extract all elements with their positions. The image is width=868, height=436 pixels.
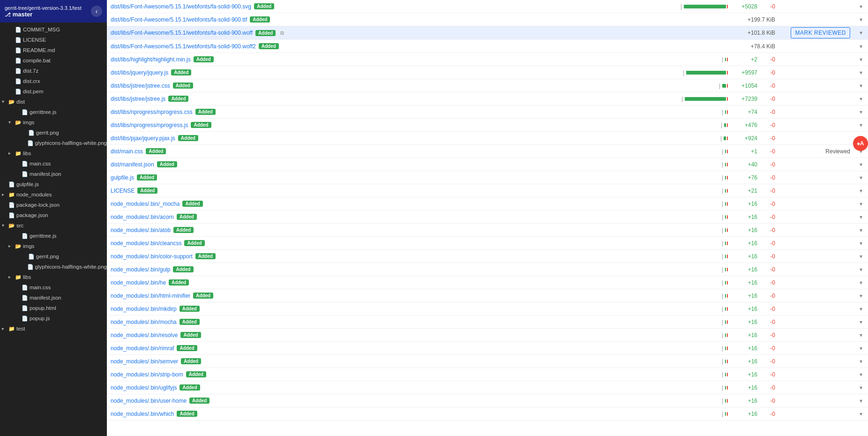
- file-name-link[interactable]: dist/libs/Font-Awesome/5.15.1/webfonts/f…: [111, 43, 256, 50]
- expand-icon[interactable]: ▾: [860, 279, 862, 286]
- tree-toggle[interactable]: ▾: [2, 98, 8, 106]
- expand-icon[interactable]: ▾: [860, 83, 862, 89]
- expand-icon[interactable]: ▾: [860, 266, 862, 273]
- sidebar-item-src_gerrit_png[interactable]: 📄gerrit.png: [0, 251, 107, 262]
- file-name-link[interactable]: node_modules/.bin/he: [111, 279, 166, 286]
- expand-icon[interactable]: ▾: [860, 69, 862, 76]
- file-name-link[interactable]: node_modules/.bin/user-home: [111, 398, 187, 404]
- sidebar-item-compile_bat[interactable]: 📄compile.bat: [0, 55, 107, 66]
- sidebar-item-libs[interactable]: ▸📁libs: [0, 148, 107, 158]
- expand-icon[interactable]: ▾: [860, 371, 862, 378]
- file-name-link[interactable]: node_modules/.bin/atob: [111, 227, 171, 233]
- sidebar-item-package_lock[interactable]: 📄package-lock.json: [0, 200, 107, 210]
- expand-icon[interactable]: ▾: [860, 56, 862, 63]
- tree-toggle[interactable]: ▾: [8, 118, 15, 127]
- file-name-link[interactable]: dist/libs/jstree/jstree.js: [111, 96, 165, 102]
- sidebar-item-license[interactable]: 📄LICENSE: [0, 35, 107, 45]
- expand-icon[interactable]: ▾: [860, 30, 862, 36]
- file-name-link[interactable]: dist/libs/jstree/jstree.css: [111, 83, 170, 89]
- expand-icon[interactable]: ▾: [860, 188, 862, 194]
- sidebar-item-gulpfile[interactable]: 📄gulpfile.js: [0, 179, 107, 189]
- sidebar-item-manifest_json[interactable]: 📄manifest.json: [0, 169, 107, 179]
- file-name-link[interactable]: node_modules/.bin/which: [111, 411, 174, 417]
- file-name-link[interactable]: node_modules/.bin/cleancss: [111, 240, 181, 247]
- sidebar-item-src_imgs[interactable]: ▸📂imgs: [0, 241, 107, 251]
- file-name-link[interactable]: node_modules/.bin/rimraf: [111, 345, 174, 352]
- tree-toggle[interactable]: ▸: [8, 149, 15, 158]
- sidebar-item-gerrit_png[interactable]: 📄gerrit.png: [0, 128, 107, 138]
- copy-button[interactable]: ⧉: [278, 29, 286, 37]
- sidebar-item-src_libs[interactable]: ▸📁libs: [0, 272, 107, 282]
- file-name-link[interactable]: node_modules/.bin/semver: [111, 358, 178, 365]
- file-name-link[interactable]: node_modules/.bin/html-minifier: [111, 293, 190, 299]
- sidebar-item-node_modules[interactable]: ▸📁node_modules: [0, 189, 107, 200]
- sidebar-item-test[interactable]: ▸📁test: [0, 323, 107, 334]
- expand-icon[interactable]: ▾: [860, 214, 862, 220]
- sidebar-item-dist7z[interactable]: 📄dist.7z: [0, 66, 107, 76]
- sidebar-item-glyphicons[interactable]: 📄glyphicons-halflings-white.png: [0, 138, 107, 148]
- file-name-link[interactable]: node_modules/.bin/color-support: [111, 253, 193, 260]
- expand-icon[interactable]: ▾: [860, 411, 862, 417]
- tree-toggle[interactable]: ▾: [2, 221, 8, 230]
- file-name-link[interactable]: node_modules/.bin/acorn: [111, 214, 174, 220]
- tree-toggle[interactable]: ▸: [2, 190, 8, 199]
- file-name-link[interactable]: dist/libs/highlight/highlight.min.js: [111, 56, 191, 63]
- expand-icon[interactable]: ▾: [860, 161, 862, 168]
- expand-icon[interactable]: ▾: [860, 332, 862, 338]
- file-name-link[interactable]: node_modules/.bin/mkdirp: [111, 306, 177, 312]
- file-name-link[interactable]: node_modules/.bin/uglifyjs: [111, 384, 177, 391]
- mark-reviewed-button[interactable]: MARK REVIEWED: [791, 27, 850, 38]
- expand-icon[interactable]: ▾: [860, 43, 862, 50]
- avatar[interactable]: ♠A: [853, 136, 868, 151]
- file-name-link[interactable]: node_modules/.bin/strip-bom: [111, 371, 183, 378]
- sidebar-item-imgs[interactable]: ▾📂imgs: [0, 117, 107, 128]
- file-name-link[interactable]: dist/manifest.json: [111, 161, 154, 168]
- sidebar-item-gerrittree_js[interactable]: 📄gerrittree.js: [0, 107, 107, 117]
- tree-toggle[interactable]: ▸: [8, 242, 15, 250]
- file-name-link[interactable]: dist/libs/Font-Awesome/5.15.1/webfonts/f…: [111, 16, 247, 23]
- expand-icon[interactable]: ▾: [860, 109, 862, 115]
- sidebar-item-dist[interactable]: ▾📂dist: [0, 97, 107, 107]
- expand-icon[interactable]: ▾: [860, 240, 862, 247]
- file-name-link[interactable]: node_modules/.bin/resolve: [111, 332, 178, 338]
- file-name-link[interactable]: dist/libs/nprogress/nprogress.css: [111, 109, 193, 115]
- sidebar-item-src[interactable]: ▾📂src: [0, 220, 107, 231]
- sidebar-item-src_glyphicons[interactable]: 📄glyphicons-halflings-white.png: [0, 262, 107, 272]
- sidebar-item-distpem[interactable]: 📄dist.pem: [0, 86, 107, 97]
- file-name-link[interactable]: node_modules/.bin/mocha: [111, 319, 177, 325]
- expand-icon[interactable]: ▾: [860, 174, 862, 181]
- expand-icon[interactable]: ▾: [860, 384, 862, 391]
- expand-icon[interactable]: ▾: [860, 3, 862, 10]
- sidebar-item-src_popup_html[interactable]: 📄popup.html: [0, 303, 107, 313]
- sidebar-item-main_css[interactable]: 📄main.css: [0, 158, 107, 169]
- sidebar-item-src_manifest[interactable]: 📄manifest.json: [0, 293, 107, 303]
- file-name-link[interactable]: dist/main.css: [111, 148, 143, 155]
- expand-icon[interactable]: ▾: [860, 358, 862, 365]
- expand-icon[interactable]: ▾: [860, 201, 862, 207]
- sidebar-item-src_popup_js[interactable]: 📄popup.js: [0, 313, 107, 323]
- file-name-link[interactable]: node_modules/.bin/gulp: [111, 266, 170, 273]
- expand-icon[interactable]: ▾: [860, 122, 862, 128]
- sidebar-item-distcrx[interactable]: 📄dist.crx: [0, 76, 107, 86]
- tree-toggle[interactable]: ▸: [2, 324, 8, 333]
- expand-icon[interactable]: ▾: [860, 253, 862, 260]
- file-name-link[interactable]: dist/libs/Font-Awesome/5.15.1/webfonts/f…: [111, 3, 251, 10]
- sidebar-item-src_main_css[interactable]: 📄main.css: [0, 282, 107, 293]
- file-name-link[interactable]: LICENSE: [111, 188, 135, 194]
- expand-icon[interactable]: ▾: [860, 293, 862, 299]
- expand-icon[interactable]: ▾: [860, 345, 862, 352]
- expand-icon[interactable]: ▾: [860, 319, 862, 325]
- expand-icon[interactable]: ▾: [860, 398, 862, 404]
- expand-icon[interactable]: ▾: [860, 16, 862, 23]
- sidebar-item-commit_msg[interactable]: 📄COMMIT_MSG: [0, 24, 107, 35]
- file-name-link[interactable]: gulpfile.js: [111, 174, 134, 181]
- expand-icon[interactable]: ▾: [860, 227, 862, 233]
- sidebar-item-package_json[interactable]: 📄package.json: [0, 210, 107, 220]
- sidebar-collapse-button[interactable]: ‹: [91, 6, 102, 17]
- expand-icon[interactable]: ▾: [860, 96, 862, 102]
- file-name-link[interactable]: dist/libs/nprogress/nprogress.js: [111, 122, 188, 128]
- sidebar-item-readme[interactable]: 📄README.md: [0, 45, 107, 55]
- file-name-link[interactable]: dist/libs/pjax/jquery.pjax.js: [111, 135, 175, 142]
- file-name-link[interactable]: dist/libs/Font-Awesome/5.15.1/webfonts/f…: [111, 30, 253, 36]
- sidebar-item-src_gerrittree[interactable]: 📄gerrittree.js: [0, 231, 107, 241]
